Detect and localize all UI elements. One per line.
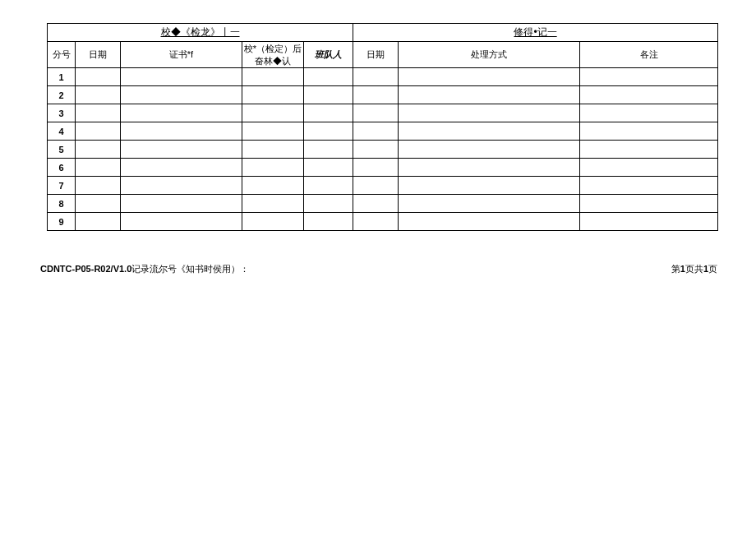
- seq-cell: 1: [48, 68, 76, 86]
- table-row: 5: [48, 141, 718, 159]
- data-cell: [353, 177, 399, 195]
- header-date2: 日期: [353, 42, 399, 68]
- header-seq: 分号: [48, 42, 76, 68]
- data-cell: [353, 213, 399, 231]
- data-cell: [580, 213, 718, 231]
- data-cell: [399, 177, 580, 195]
- seq-cell: 2: [48, 86, 76, 104]
- data-cell: [76, 159, 121, 177]
- data-cell: [76, 141, 121, 159]
- data-cell: [121, 159, 242, 177]
- data-cell: [121, 86, 242, 104]
- data-cell: [399, 86, 580, 104]
- header-remark: 各注: [580, 42, 718, 68]
- data-cell: [353, 86, 399, 104]
- data-cell: [242, 86, 304, 104]
- data-cell: [121, 141, 242, 159]
- data-cell: [121, 195, 242, 213]
- document-code: CDNTC-P05-R02/V1.0: [40, 264, 131, 274]
- data-cell: [76, 122, 121, 141]
- seq-cell: 3: [48, 104, 76, 122]
- data-cell: [353, 195, 399, 213]
- data-cell: [242, 213, 304, 231]
- data-cell: [399, 141, 580, 159]
- data-cell: [580, 159, 718, 177]
- data-cell: [399, 68, 580, 86]
- data-cell: [580, 141, 718, 159]
- header-group-inspection: 校◆《检龙》丨一: [48, 24, 353, 42]
- header-date1: 日期: [76, 42, 121, 68]
- header-certificate: 证书*f: [121, 42, 242, 68]
- data-cell: [304, 68, 353, 86]
- data-cell: [353, 122, 399, 141]
- footer: CDNTC-P05-R02/V1.0记录流尔号《知书时侯用）： 第1页共1页: [40, 263, 717, 275]
- data-cell: [399, 159, 580, 177]
- header-group-repair: 修得•记一: [353, 24, 718, 42]
- data-cell: [353, 104, 399, 122]
- data-cell: [399, 213, 580, 231]
- table-row: 8: [48, 195, 718, 213]
- data-cell: [242, 104, 304, 122]
- data-cell: [580, 68, 718, 86]
- table-row: 3: [48, 104, 718, 122]
- seq-cell: 7: [48, 177, 76, 195]
- seq-cell: 5: [48, 141, 76, 159]
- data-cell: [76, 104, 121, 122]
- data-cell: [399, 122, 580, 141]
- data-cell: [242, 177, 304, 195]
- footer-note: 记录流尔号《知书时侯用）：: [131, 264, 249, 274]
- data-cell: [580, 104, 718, 122]
- data-cell: [580, 122, 718, 141]
- table-row: 9: [48, 213, 718, 231]
- data-cell: [353, 141, 399, 159]
- table-row: 2: [48, 86, 718, 104]
- data-cell: [242, 141, 304, 159]
- seq-cell: 6: [48, 159, 76, 177]
- data-cell: [242, 122, 304, 141]
- data-cell: [76, 213, 121, 231]
- data-cell: [580, 195, 718, 213]
- data-cell: [304, 159, 353, 177]
- table-body: 123456789: [48, 68, 718, 231]
- data-cell: [399, 195, 580, 213]
- header-person: 班队人: [304, 42, 353, 68]
- table-row: 1: [48, 68, 718, 86]
- seq-cell: 4: [48, 122, 76, 141]
- table-row: 4: [48, 122, 718, 141]
- data-cell: [76, 195, 121, 213]
- footer-code-note: CDNTC-P05-R02/V1.0记录流尔号《知书时侯用）：: [40, 263, 249, 275]
- data-cell: [580, 86, 718, 104]
- data-cell: [399, 104, 580, 122]
- data-cell: [121, 104, 242, 122]
- record-table: 校◆《检龙》丨一 修得•记一 分号 日期 证书*f 校*（检定）后奋林◆认 班队…: [47, 23, 718, 231]
- data-cell: [580, 177, 718, 195]
- data-cell: [242, 159, 304, 177]
- data-cell: [304, 177, 353, 195]
- record-table-container: 校◆《检龙》丨一 修得•记一 分号 日期 证书*f 校*（检定）后奋林◆认 班队…: [47, 23, 717, 231]
- data-cell: [121, 177, 242, 195]
- seq-cell: 8: [48, 195, 76, 213]
- data-cell: [304, 213, 353, 231]
- data-cell: [353, 159, 399, 177]
- header-method: 处理方式: [399, 42, 580, 68]
- data-cell: [121, 68, 242, 86]
- seq-cell: 9: [48, 213, 76, 231]
- data-cell: [304, 141, 353, 159]
- data-cell: [76, 86, 121, 104]
- data-cell: [242, 195, 304, 213]
- data-cell: [304, 86, 353, 104]
- header-confirmation: 校*（检定）后奋林◆认: [242, 42, 304, 68]
- data-cell: [76, 177, 121, 195]
- table-row: 6: [48, 159, 718, 177]
- table-row: 7: [48, 177, 718, 195]
- data-cell: [121, 122, 242, 141]
- data-cell: [304, 122, 353, 141]
- data-cell: [121, 213, 242, 231]
- data-cell: [76, 68, 121, 86]
- page-indicator: 第1页共1页: [671, 263, 717, 275]
- data-cell: [353, 68, 399, 86]
- data-cell: [304, 104, 353, 122]
- data-cell: [242, 68, 304, 86]
- data-cell: [304, 195, 353, 213]
